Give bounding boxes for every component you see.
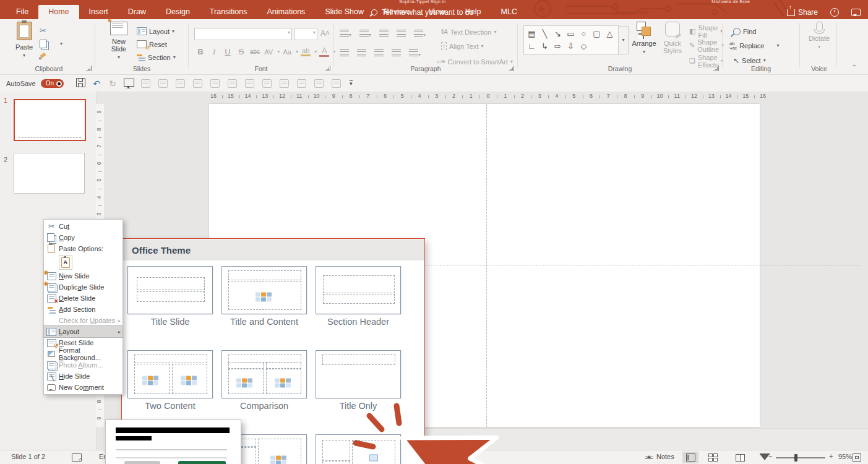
dictate-button[interactable]: Dictate ▾ <box>805 22 833 49</box>
highlight-color-button-caret[interactable]: ▾ <box>314 50 317 54</box>
font-name-combo[interactable] <box>194 28 292 40</box>
context-menu-item-check-for-updates[interactable]: Check for Updates▸ <box>44 315 122 326</box>
down-arrow-icon[interactable]: ⇩ <box>564 40 577 52</box>
copy-dropdown-caret[interactable]: ▾ <box>60 42 62 46</box>
context-menu-item-duplicate-slide[interactable]: ✱Duplicate Slide <box>44 281 122 293</box>
gallery-item-title-and-content[interactable]: Title and Content <box>221 266 307 327</box>
align-right-button[interactable] <box>374 48 384 59</box>
triangle-icon[interactable]: △ <box>603 27 616 40</box>
context-menu-item-cut[interactable]: ✂Cut <box>44 221 122 232</box>
redo-button[interactable]: ↻ <box>105 79 121 88</box>
copy-style-icon[interactable] <box>297 79 306 88</box>
history-icon[interactable] <box>830 8 839 17</box>
notes-toggle-button[interactable]: Notes <box>645 453 674 460</box>
view-slide-sorter-button[interactable] <box>707 452 723 463</box>
tab-file[interactable]: File <box>6 5 38 19</box>
clipboard-dialog-launcher[interactable] <box>86 66 92 71</box>
shape-fill-button[interactable]: ◧Shape Fill▾ <box>689 25 723 38</box>
context-menu-item-new-comment[interactable]: New Comment <box>44 382 122 393</box>
start-slideshow-button[interactable] <box>121 79 137 88</box>
share-button[interactable]: Share <box>787 8 818 17</box>
font-dialog-launcher[interactable] <box>325 66 330 71</box>
align-left-button[interactable] <box>340 48 349 59</box>
context-menu-item-new-slide[interactable]: ✱New Slide <box>44 270 122 281</box>
format-painter-button[interactable] <box>40 50 62 63</box>
columns-button[interactable]: ▾ <box>409 48 421 59</box>
rounded-rectangle-icon[interactable]: ▢ <box>590 27 603 40</box>
drawing-dialog-launcher[interactable] <box>713 66 719 71</box>
paste-style-icon[interactable] <box>314 79 324 88</box>
context-menu-item-delete-slide[interactable]: ✕Delete Slide <box>44 293 122 304</box>
autosave-toggle[interactable]: On <box>41 79 64 88</box>
reset-button[interactable]: Reset <box>137 38 176 51</box>
view-normal-button[interactable] <box>682 452 698 463</box>
elbow-connector-icon[interactable]: ∟ <box>525 40 538 52</box>
context-menu-item-format-background[interactable]: Format Background... <box>44 348 122 359</box>
replace-button[interactable]: ab⤷acReplace▾ <box>729 39 780 52</box>
context-menu-item-add-section[interactable]: Add Section <box>44 304 122 315</box>
text-direction-button[interactable]: ‖AText Direction▾ <box>441 25 496 38</box>
fit-to-window-button[interactable] <box>849 452 865 463</box>
align-text-button[interactable]: ↕Align Text▾ <box>441 40 484 53</box>
paragraph-dialog-launcher[interactable] <box>509 66 514 71</box>
distribute-icon[interactable] <box>280 79 289 88</box>
tab-mlc[interactable]: MLC <box>491 5 527 19</box>
grow-font-button[interactable]: A˄ <box>320 29 330 38</box>
send-backward-icon[interactable] <box>210 79 220 88</box>
paste-dropdown-caret[interactable]: ▾ <box>23 53 25 58</box>
tab-design[interactable]: Design <box>156 5 200 19</box>
undo-button[interactable]: ↶ <box>88 79 105 88</box>
new-slide-button[interactable]: New Slide ▾ <box>105 22 133 60</box>
arrange-button[interactable]: Arrange ▾ <box>630 22 658 54</box>
align-left-objects-icon[interactable] <box>245 79 254 88</box>
oval-icon[interactable]: ○ <box>577 27 590 40</box>
bullets-button[interactable]: ▾ <box>340 28 351 39</box>
font-size-combo[interactable] <box>294 28 317 40</box>
slide-thumbnail-1[interactable] <box>14 99 86 141</box>
rectangle-icon[interactable]: ▭ <box>564 27 577 40</box>
find-button[interactable]: Find <box>733 25 756 38</box>
underline-button[interactable]: U <box>223 47 233 56</box>
italic-button[interactable]: I <box>209 47 219 57</box>
tab-slide-show[interactable]: Slide Show <box>315 5 374 19</box>
justify-button[interactable] <box>392 48 401 59</box>
spellcheck-icon[interactable] <box>72 453 82 462</box>
bold-button[interactable]: B <box>196 47 205 56</box>
tab-animations[interactable]: Animations <box>257 5 316 19</box>
zoom-slider-track[interactable] <box>776 457 825 458</box>
character-spacing-button-caret[interactable]: ▾ <box>277 50 280 54</box>
change-case-button-caret[interactable]: ▾ <box>296 50 298 54</box>
zoom-out-button[interactable]: − <box>768 452 772 460</box>
character-spacing-button[interactable]: AV <box>264 48 273 56</box>
highlight-color-button[interactable]: ab <box>301 47 311 56</box>
tab-insert[interactable]: Insert <box>79 5 118 19</box>
shadow-button[interactable]: S <box>236 47 246 56</box>
slide-thumbnail-2[interactable] <box>14 153 85 194</box>
move-down-icon[interactable] <box>176 79 185 88</box>
context-menu-item-copy[interactable]: Copy <box>44 232 122 243</box>
gallery-item-title-slide[interactable]: Title Slide <box>127 266 213 327</box>
copy-button[interactable]: ▾ <box>40 37 62 50</box>
qat-overflow-button[interactable]: ▾ <box>350 80 353 86</box>
gallery-item-comparison[interactable]: Comparison <box>221 350 307 411</box>
slide-counter[interactable]: Slide 1 of 2 <box>11 453 45 460</box>
line-spacing-button[interactable]: ▾ <box>414 28 426 39</box>
zoom-slider-handle[interactable] <box>794 454 797 462</box>
new-slide-caret[interactable]: ▾ <box>118 54 120 60</box>
gallery-item-two-content[interactable]: Two Content <box>127 350 213 411</box>
numbering-button[interactable]: ▾ <box>359 28 371 39</box>
cut-button[interactable]: ✂ <box>40 24 62 37</box>
context-menu-item-paste-options[interactable]: Paste Options: <box>44 243 122 254</box>
group-icon[interactable] <box>228 79 237 88</box>
rotate-icon[interactable] <box>332 79 341 88</box>
line-icon[interactable]: ╲ <box>538 27 551 40</box>
shape-outline-button[interactable]: ✎Shape Outline▾ <box>689 39 724 52</box>
callout-icon[interactable]: ◇ <box>577 40 590 52</box>
increase-indent-button[interactable] <box>397 28 406 39</box>
save-button[interactable] <box>72 78 88 89</box>
quick-styles-button[interactable]: QuickStyles <box>658 22 687 54</box>
bring-forward-icon[interactable] <box>193 79 202 88</box>
view-reading-button[interactable] <box>732 452 748 463</box>
tab-transitions[interactable]: Transitions <box>200 5 257 19</box>
align-right-objects-icon[interactable] <box>262 79 272 88</box>
